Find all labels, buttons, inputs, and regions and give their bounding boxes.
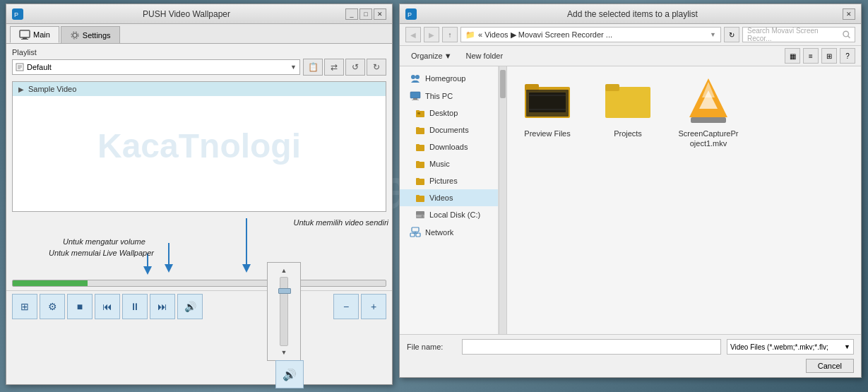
up-button[interactable]: ↑ — [442, 27, 458, 42]
forward-button[interactable]: ▶ — [424, 27, 439, 42]
filename-label: File name: — [407, 343, 456, 351]
help-button[interactable]: ? — [840, 48, 855, 64]
svg-rect-38 — [416, 195, 420, 197]
file-item-projects[interactable]: Projects — [596, 75, 660, 149]
svg-rect-43 — [410, 233, 415, 237]
file-dialog: P Add the selected items to a playlist ✕… — [399, 4, 862, 378]
nav-scrollbar[interactable] — [499, 66, 507, 334]
file-item-screen-capture[interactable]: ScreenCaptureProject1.mkv — [677, 75, 740, 149]
projects-folder-icon — [604, 80, 652, 121]
nav-homegroup[interactable]: Homegroup — [400, 69, 498, 88]
documents-label: Documents — [429, 126, 469, 134]
nav-thispc[interactable]: This PC — [400, 88, 498, 105]
videos-label: Videos — [429, 194, 453, 202]
documents-folder-icon — [415, 125, 425, 135]
tab-settings[interactable]: Settings — [61, 26, 120, 43]
videos-folder-icon — [415, 193, 425, 203]
playlist-select[interactable]: Default ▼ — [12, 59, 300, 75]
nav-documents[interactable]: Documents — [400, 121, 498, 138]
address-dropdown-arrow[interactable]: ▼ — [710, 31, 716, 38]
view-button-3[interactable]: ⊞ — [821, 48, 837, 64]
search-placeholder-text: Search Movavi Screen Recor... — [747, 27, 840, 42]
dialog-bottom: File name: Video Files (*.webm;*.mkv;*.f… — [400, 334, 861, 377]
search-icon — [843, 30, 850, 39]
nav-desktop[interactable]: Desktop — [400, 105, 498, 121]
dialog-close-button[interactable]: ✕ — [843, 8, 855, 20]
nav-localdisk[interactable]: Local Disk (C:) — [400, 206, 498, 223]
speaker-float-button[interactable]: 🔊 — [275, 360, 304, 388]
address-path[interactable]: 📁 « Videos ▶ Movavi Screen Recorder ... … — [460, 27, 721, 42]
back-button[interactable]: ◀ — [405, 27, 421, 42]
playlist-shuffle-btn[interactable]: ⇄ — [324, 59, 344, 76]
annotation-volume: Untuk mengatur volume — [63, 237, 145, 246]
push-window-title: PUSH Video Wallpaper — [28, 9, 345, 19]
music-label: Music — [429, 160, 450, 168]
minimize-button[interactable]: _ — [345, 8, 358, 20]
filetype-text: Video Files (*.webm;*.mkv;*.flv; — [730, 343, 828, 351]
next-button[interactable]: ⏭ — [150, 294, 175, 319]
bottom-controls: ⊞ ⚙ ■ ⏮ ⏸ ⏭ 🔊 − + — [6, 290, 392, 322]
svg-rect-3 — [23, 37, 27, 39]
cancel-button[interactable]: Cancel — [806, 359, 854, 373]
filename-input[interactable] — [462, 339, 721, 355]
refresh-button[interactable]: ↻ — [724, 27, 739, 42]
playlist-loop-btn[interactable]: ↺ — [345, 59, 365, 76]
file-area: Preview Files Projects — [507, 66, 861, 334]
svg-text:P: P — [14, 11, 18, 18]
downloads-folder-icon — [415, 142, 425, 152]
view-button-2[interactable]: ≡ — [803, 48, 819, 64]
nav-downloads[interactable]: Downloads — [400, 138, 498, 155]
localdisk-label: Local Disk (C:) — [429, 210, 480, 219]
svg-rect-30 — [416, 127, 420, 129]
svg-rect-44 — [416, 233, 420, 237]
video-item-icon: ▶ — [18, 85, 24, 93]
pictures-label: Pictures — [429, 177, 458, 185]
progress-bar[interactable] — [12, 280, 386, 287]
svg-rect-28 — [417, 112, 420, 114]
view-button-1[interactable]: ▦ — [785, 48, 800, 64]
svg-rect-32 — [416, 144, 420, 146]
new-folder-button[interactable]: New folder — [460, 50, 509, 61]
settings-button[interactable]: ⚙ — [40, 294, 65, 319]
video-item-label: Sample Video — [28, 85, 76, 93]
nav-pictures[interactable]: Pictures — [400, 172, 498, 189]
nav-music[interactable]: Music — [400, 155, 498, 172]
file-item-preview-files[interactable]: Preview Files — [516, 75, 579, 149]
filetype-arrow: ▼ — [844, 343, 850, 350]
minus-button[interactable]: − — [333, 294, 359, 319]
volume-track[interactable] — [280, 277, 288, 346]
address-text: « Videos ▶ Movavi Screen Recorder ... — [478, 30, 612, 40]
svg-marker-12 — [242, 264, 251, 273]
close-button[interactable]: ✕ — [374, 8, 386, 20]
preview-files-label: Preview Files — [524, 129, 570, 138]
maximize-button[interactable]: □ — [359, 8, 372, 20]
video-list-item[interactable]: ▶ Sample Video — [13, 82, 386, 96]
projects-icon-wrap — [602, 75, 653, 126]
playlist-section: Playlist Default ▼ 📋 ⇄ ↺ ↻ — [6, 44, 392, 78]
scroll-thumb[interactable] — [500, 70, 506, 98]
playlist-repeat-btn[interactable]: ↻ — [367, 59, 386, 76]
search-bar[interactable]: Search Movavi Screen Recor... — [742, 27, 855, 42]
stop-button[interactable]: ■ — [67, 294, 93, 319]
playlist-add-btn[interactable]: 📋 — [303, 59, 323, 76]
organize-button[interactable]: Organize ▼ — [405, 50, 458, 61]
volume-label: ▲ — [281, 267, 287, 274]
nav-videos[interactable]: Videos — [400, 189, 498, 206]
filetype-select[interactable]: Video Files (*.webm;*.mkv;*.flv; ▼ — [727, 339, 854, 355]
annotation-arrows — [6, 215, 275, 278]
address-bar: ◀ ▶ ↑ 📁 « Videos ▶ Movavi Screen Recorde… — [400, 24, 861, 46]
volume-button[interactable]: 🔊 — [177, 294, 203, 319]
tab-main[interactable]: Main — [10, 26, 59, 43]
thispc-label: This PC — [425, 92, 453, 100]
annotation-area: Untuk memilih video sendiri Untuk mengat… — [6, 215, 392, 278]
video-list: ▶ Sample Video KacaTnologi — [12, 81, 386, 212]
pause-button[interactable]: ⏸ — [122, 294, 148, 319]
annotation-live: Untuk memulai Live Wallpaper — [49, 249, 154, 257]
plus-button[interactable]: + — [361, 294, 386, 319]
nav-network[interactable]: Network — [400, 223, 498, 242]
volume-panel: ▲ ▼ — [267, 262, 301, 361]
prev-button[interactable]: ⏮ — [95, 294, 120, 319]
main-tab-label: Main — [33, 30, 50, 39]
expand-button[interactable]: ⊞ — [12, 294, 37, 319]
volume-thumb[interactable] — [278, 288, 291, 294]
